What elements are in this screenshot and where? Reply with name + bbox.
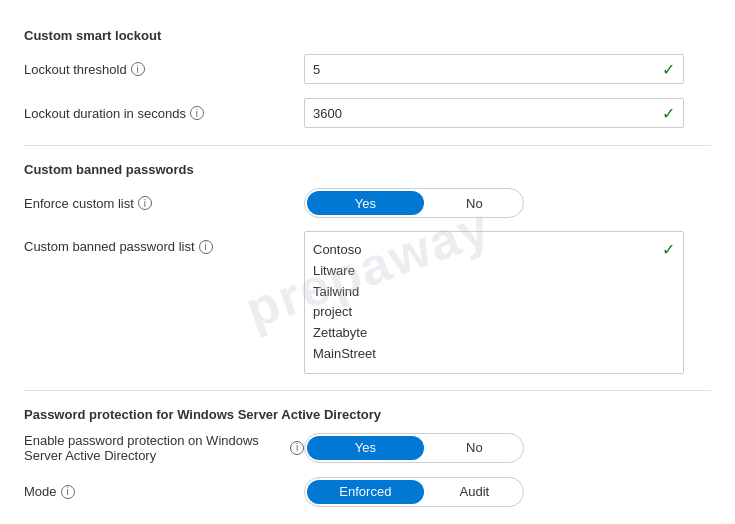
banned-password-entry-1: Contoso bbox=[313, 240, 675, 261]
banned-password-entry-6: MainStreet bbox=[313, 344, 675, 365]
enable-password-protection-yes-btn[interactable]: Yes bbox=[307, 436, 424, 460]
lockout-duration-info-icon[interactable]: i bbox=[190, 106, 204, 120]
enforce-custom-list-info-icon[interactable]: i bbox=[138, 196, 152, 210]
lockout-threshold-value: 5 bbox=[313, 62, 320, 77]
lockout-duration-check-icon: ✓ bbox=[662, 104, 675, 123]
lockout-duration-input[interactable]: 3600 ✓ bbox=[304, 98, 684, 128]
lockout-duration-value: 3600 bbox=[313, 106, 342, 121]
lockout-threshold-info-icon[interactable]: i bbox=[131, 62, 145, 76]
enforce-custom-list-yes-btn[interactable]: Yes bbox=[307, 191, 424, 215]
enable-password-protection-toggle[interactable]: Yes No bbox=[304, 433, 524, 463]
lockout-threshold-check-icon: ✓ bbox=[662, 60, 675, 79]
enforce-custom-list-label-text: Enforce custom list bbox=[24, 196, 134, 211]
lockout-threshold-label-text: Lockout threshold bbox=[24, 62, 127, 77]
section-password-protection: Password protection for Windows Server A… bbox=[24, 407, 711, 508]
label-enable-password-protection: Enable password protection on Windows Se… bbox=[24, 433, 304, 463]
row-enable-password-protection: Enable password protection on Windows Se… bbox=[24, 432, 711, 464]
enable-password-protection-label-text: Enable password protection on Windows Se… bbox=[24, 433, 286, 463]
label-mode: Mode i bbox=[24, 484, 304, 499]
row-custom-banned-password-list: Custom banned password list i ✓ Contoso … bbox=[24, 231, 711, 374]
mode-audit-btn[interactable]: Audit bbox=[426, 478, 523, 506]
section-custom-smart-lockout: Custom smart lockout Lockout threshold i… bbox=[24, 28, 711, 129]
label-enforce-custom-list: Enforce custom list i bbox=[24, 196, 304, 211]
row-mode: Mode i Enforced Audit bbox=[24, 476, 711, 508]
mode-enforced-btn[interactable]: Enforced bbox=[307, 480, 424, 504]
custom-banned-password-list-textarea[interactable]: ✓ Contoso Litware Tailwind project Zetta… bbox=[304, 231, 684, 374]
lockout-threshold-input[interactable]: 5 ✓ bbox=[304, 54, 684, 84]
label-lockout-duration: Lockout duration in seconds i bbox=[24, 106, 304, 121]
section-title-smart-lockout: Custom smart lockout bbox=[24, 28, 711, 43]
custom-banned-password-list-label-text: Custom banned password list bbox=[24, 239, 195, 254]
section-title-banned-passwords: Custom banned passwords bbox=[24, 162, 711, 177]
banned-password-entry-2: Litware bbox=[313, 261, 675, 282]
section-custom-banned-passwords: Custom banned passwords Enforce custom l… bbox=[24, 162, 711, 374]
custom-banned-password-list-content: Contoso Litware Tailwind project Zettaby… bbox=[313, 240, 675, 365]
section-title-password-protection: Password protection for Windows Server A… bbox=[24, 407, 711, 422]
enforce-custom-list-toggle[interactable]: Yes No bbox=[304, 188, 524, 218]
enable-password-protection-no-btn[interactable]: No bbox=[426, 434, 523, 462]
divider-2 bbox=[24, 390, 711, 391]
row-lockout-duration: Lockout duration in seconds i 3600 ✓ bbox=[24, 97, 711, 129]
custom-banned-password-list-info-icon[interactable]: i bbox=[199, 240, 213, 254]
row-enforce-custom-list: Enforce custom list i Yes No bbox=[24, 187, 711, 219]
enforce-custom-list-no-btn[interactable]: No bbox=[426, 189, 523, 217]
banned-password-entry-5: Zettabyte bbox=[313, 323, 675, 344]
custom-banned-password-list-check-icon: ✓ bbox=[662, 240, 675, 259]
banned-password-entry-4: project bbox=[313, 302, 675, 323]
divider-1 bbox=[24, 145, 711, 146]
row-lockout-threshold: Lockout threshold i 5 ✓ bbox=[24, 53, 711, 85]
label-custom-banned-password-list: Custom banned password list i bbox=[24, 231, 304, 254]
enable-password-protection-info-icon[interactable]: i bbox=[290, 441, 304, 455]
banned-password-entry-3: Tailwind bbox=[313, 282, 675, 303]
label-lockout-threshold: Lockout threshold i bbox=[24, 62, 304, 77]
mode-info-icon[interactable]: i bbox=[61, 485, 75, 499]
mode-toggle[interactable]: Enforced Audit bbox=[304, 477, 524, 507]
mode-label-text: Mode bbox=[24, 484, 57, 499]
lockout-duration-label-text: Lockout duration in seconds bbox=[24, 106, 186, 121]
